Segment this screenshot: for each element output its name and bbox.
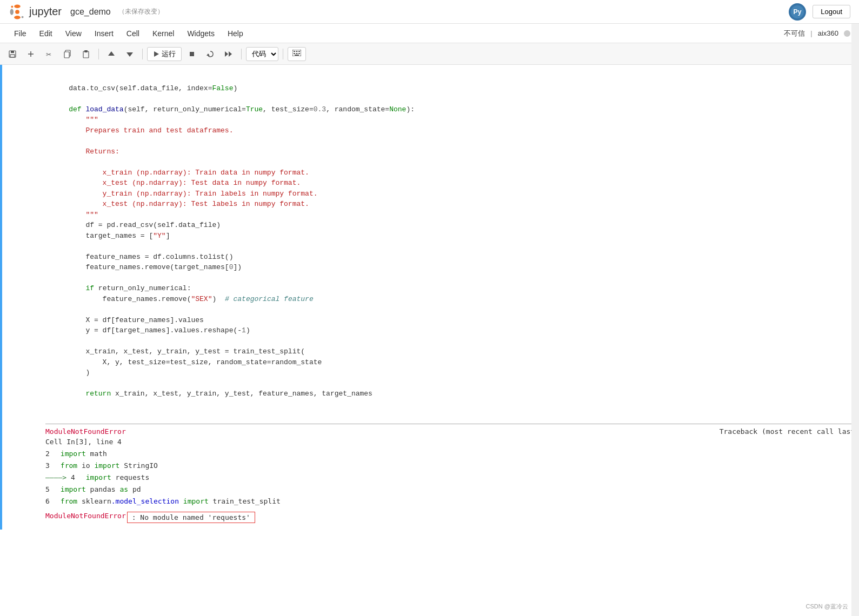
keyboard-shortcuts-button[interactable] [288,47,306,61]
svg-marker-18 [108,51,115,56]
copy-icon [63,50,72,58]
menu-file[interactable]: File [9,26,32,41]
cut-icon: ✂ [45,50,54,58]
paste-button[interactable] [78,47,94,61]
logout-button[interactable]: Logout [813,5,850,18]
traceback-label: Traceback (most recent call last) [720,427,859,436]
run-label: 运行 [162,49,176,59]
menu-cell[interactable]: Cell [121,26,145,41]
topbar-right: Py Logout [789,3,850,21]
separator-2 [142,49,143,59]
svg-rect-10 [10,55,15,57]
traceback-lines: 2 import math 3 from io import StringIO … [45,448,859,507]
menu-widgets[interactable]: Widgets [182,26,220,41]
tb-import-2: import math [61,450,107,458]
move-up-button[interactable] [103,47,119,61]
line-num-2: 2 [45,448,56,460]
jupyter-wordmark: jupyter [29,5,62,18]
kernel-indicator-dot [844,30,850,37]
svg-marker-20 [154,51,159,57]
fast-forward-icon [224,50,233,58]
restart-icon [206,50,215,58]
menu-help[interactable]: Help [222,26,249,41]
svg-rect-30 [296,53,298,54]
fast-forward-button[interactable] [221,47,237,61]
code-block: data.to_csv(self.data_file, index=False)… [45,69,859,413]
svg-text:Py: Py [794,8,802,16]
traceback-line-1: 2 import math [45,448,859,460]
scrollbar[interactable] [851,24,859,616]
svg-rect-32 [295,55,299,56]
tb-from-6: from sklearn.model_selection import trai… [61,497,281,505]
svg-rect-15 [64,52,69,58]
cell-prompt [2,67,45,415]
svg-point-0 [14,4,21,8]
arrow-down-icon [125,50,134,58]
tb-from-3: from io import StringIO [61,461,158,470]
separator-1 [98,49,99,59]
main-content: data.to_csv(self.data_file, index=False)… [0,65,859,616]
arrow-indicator: ————> [45,473,71,481]
svg-marker-24 [229,51,232,57]
error-msg-label: ModuleNotFoundError [45,512,126,520]
move-down-button[interactable] [122,47,138,61]
unsaved-label: （未保存改变） [118,7,164,16]
notebook-name[interactable]: gce_demo [70,7,111,17]
restart-button[interactable] [202,47,218,61]
svg-rect-21 [190,52,194,56]
traceback-line-4: 5 import pandas as pd [45,484,859,496]
add-cell-button[interactable] [23,47,39,61]
svg-rect-9 [11,51,14,53]
line-num-3: 3 [45,460,56,472]
error-message-line: ModuleNotFoundError : No module named 'r… [45,512,859,523]
svg-rect-27 [296,51,298,52]
kernel-status: 不可信 [784,29,805,38]
menu-edit[interactable]: Edit [34,26,58,41]
code-cell: data.to_csv(self.data_file, index=False)… [0,65,859,530]
topbar-left: jupyter gce_demo （未保存改变） [9,3,164,21]
plus-icon [26,50,35,58]
cell-body[interactable]: data.to_csv(self.data_file, index=False)… [45,67,859,415]
line-num-4: 4 [71,472,82,484]
topbar: jupyter gce_demo （未保存改变） Py Logout [0,0,859,24]
svg-rect-31 [298,53,300,54]
python-icon: Py [789,3,806,21]
run-button[interactable]: 运行 [147,47,182,61]
save-button[interactable] [4,47,21,61]
svg-point-1 [14,16,21,19]
svg-rect-17 [84,50,88,52]
error-type-label: ModuleNotFoundError [45,427,126,436]
separator-4 [283,49,283,59]
svg-point-4 [11,5,13,8]
output-area: ModuleNotFoundError Traceback (most rece… [2,415,859,527]
svg-rect-26 [294,51,295,52]
jupyter-logo: jupyter [9,3,62,21]
jupyter-logo-icon [9,3,26,21]
keyboard-icon [292,50,301,56]
svg-marker-23 [225,51,228,57]
line-num-5: 5 [45,484,56,496]
run-icon [153,51,159,57]
error-title: ModuleNotFoundError Traceback (most rece… [45,427,859,436]
copy-button[interactable] [59,47,76,61]
stop-icon [188,50,196,58]
kernel-name: aix360 [818,29,838,37]
menu-kernel[interactable]: Kernel [147,26,179,41]
line-num-6: 6 [45,496,56,507]
interrupt-button[interactable] [184,47,200,61]
svg-point-3 [15,10,19,14]
error-cell-info: Cell In[3], line 4 [45,438,859,446]
svg-text:✂: ✂ [46,51,51,58]
svg-marker-19 [126,52,133,57]
svg-marker-22 [207,53,210,56]
tb-import-4: import requests [86,473,149,481]
menu-view[interactable]: View [60,26,87,41]
menu-insert[interactable]: Insert [89,26,119,41]
traceback-line-5: 6 from sklearn.model_selection import tr… [45,496,859,507]
traceback-line-2: 3 from io import StringIO [45,460,859,472]
cut-button[interactable]: ✂ [41,47,57,61]
watermark: CSDN @蓝冷云 [806,602,848,611]
cell-type-select[interactable]: 代码 [246,47,278,61]
tb-import-5: import pandas as pd [61,485,141,493]
traceback-line-3: ————> 4 import requests [45,472,859,484]
